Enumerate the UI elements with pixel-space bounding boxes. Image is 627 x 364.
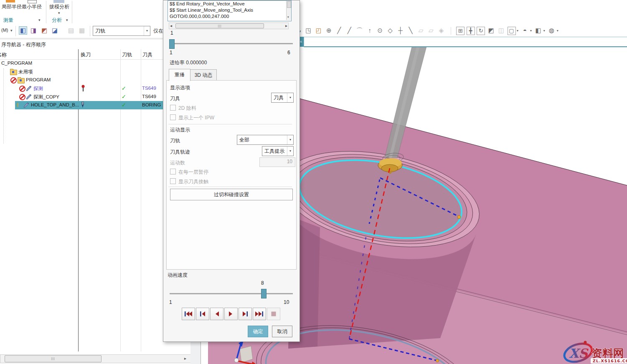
chevron-down-icon[interactable]: ▾ [557,29,558,33]
ok-button[interactable]: 确定 [248,326,268,337]
chevron-down-icon[interactable]: ▾ [10,28,13,33]
motion-count-field[interactable]: 10 [259,157,295,167]
vector-icon[interactable]: ↑ [366,26,374,35]
speed-slider[interactable] [170,293,293,294]
divider [72,1,72,23]
table-row-selected[interactable]: ! HOLE_TOP_AND_B... ✓ BORING [0,101,190,109]
tooltrace-combobox[interactable]: 工具提示 ▾ [262,146,294,156]
speed-min: 1 [169,299,172,305]
menu-button[interactable]: (M) [1,28,8,33]
node-label[interactable]: 探测 [33,86,43,92]
navigator-hscrollbar[interactable]: ||| ▸ [0,354,191,363]
play-button[interactable] [224,308,238,320]
cylinder-display-icon[interactable]: ◧ [534,26,542,35]
find-object-icon[interactable]: ◧ [19,26,27,35]
play-reverse-button[interactable] [210,308,223,320]
progress-slider-handle[interactable] [169,39,175,49]
view-filter-combobox[interactable]: 刀轨 ▾ [93,26,150,36]
node-label[interactable]: 未用项 [18,69,33,75]
node-label[interactable]: PROGRAM [26,77,51,82]
show-ipw-checkbox[interactable] [170,114,176,120]
pause-each-level-checkbox[interactable] [170,169,176,174]
line-icon[interactable]: ╱ [335,26,343,35]
chevron-down-icon[interactable]: ▾ [58,11,60,15]
column-name[interactable]: 名称 [0,51,7,58]
gcode-listing[interactable]: $$ End Rotary_Point_Vector_Move $$ Start… [168,0,292,21]
rotate-view-icon[interactable]: ↻ [477,27,485,35]
filter-operations-icon[interactable]: ◨ [29,26,38,35]
stop-button[interactable] [267,308,280,320]
chevron-down-icon[interactable]: ▾ [517,29,518,33]
table-row[interactable]: 探测 ✓ TS649 [0,84,190,93]
min-radius-button[interactable]: 最小半径 [22,3,42,10]
scrollbar-thumb[interactable]: ||| [175,23,264,28]
diamond-point-icon[interactable]: ◇ [386,26,394,35]
chevron-down-icon[interactable]: ▾ [144,26,150,35]
plus-icon[interactable]: ┼ [396,26,405,35]
column-tool[interactable]: 刀具 [142,51,152,58]
chevron-down-icon[interactable]: ▾ [287,93,293,102]
chevron-down-icon[interactable]: ▾ [287,135,293,144]
chevron-down-icon[interactable]: ▾ [287,147,293,156]
playback-controls [182,308,280,320]
chevron-down-icon[interactable]: ▾ [543,29,545,33]
node-label[interactable]: C_PROGRAM [1,61,32,66]
pan-icon[interactable]: ╋ [467,27,475,35]
section-cube-icon[interactable]: ◳ [304,26,312,35]
gouge-collision-settings-button[interactable]: 过切和碰撞设置 [170,189,293,200]
local-radius-button[interactable]: 局部半径 [2,3,22,10]
chevron-down-icon[interactable]: ▾ [66,18,68,22]
section-view-icon[interactable]: ◓ [520,26,529,35]
scrollbar-thumb[interactable] [287,1,291,8]
tab-replay[interactable]: 重播 [169,69,190,81]
shaded-cube-icon[interactable]: ◩ [487,26,495,35]
prompt-bar[interactable] [304,37,627,47]
scroll-right-icon[interactable]: ▸ [184,356,186,361]
column-toolpath[interactable]: 刀轨 [122,51,132,58]
go-to-end-button[interactable] [253,308,266,320]
filter-geometry-icon[interactable]: ◩ [40,26,48,35]
spline-icon[interactable]: ⌒ [355,26,364,35]
table-row[interactable]: PROGRAM [0,76,190,84]
chevron-down-icon[interactable]: ▾ [38,18,41,22]
line-point-icon[interactable]: ╱ [345,26,353,35]
scrollbar-thumb[interactable]: ||| [5,355,102,362]
progress-max: 6 [287,50,290,56]
2d-material-checkbox[interactable] [170,105,176,111]
speed-slider-handle[interactable] [261,289,267,298]
step-forward-button[interactable] [239,308,252,320]
2d-material-label: 2D 除料 [178,105,196,112]
tool-display-combobox[interactable]: 刀具 ▾ [271,93,294,103]
chevron-down-icon[interactable]: ▾ [530,29,532,33]
ghost-cubes-icon: ◫ [497,26,505,35]
cancel-button[interactable]: 取消 [272,326,292,337]
scroll-left-icon[interactable]: ◂ [170,23,172,29]
operation-icon [26,85,32,91]
node-label[interactable]: 探测_COPY [33,94,59,100]
draft-analysis-button[interactable]: 拔模分析 [49,3,69,10]
toolpath-combobox[interactable]: 全部 ▾ [237,135,294,145]
progress-slider[interactable] [170,43,293,44]
tool-contact-checkbox[interactable] [170,178,176,184]
gcode-vscrollbar[interactable]: ▾ [286,1,291,20]
scroll-right-icon[interactable]: ▸ [285,23,287,29]
gcode-hscrollbar[interactable]: ◂ ▸ ||| [169,23,289,29]
table-row[interactable]: 探测_COPY ✓ TS649 [0,93,190,101]
render-style-icon[interactable]: ◍ [547,26,556,35]
filter-machine-icon[interactable]: ◪ [51,26,59,35]
node-label[interactable]: HOLE_TOP_AND_B... [31,102,79,107]
tick-line-icon[interactable]: ╲ [406,26,415,35]
column-toolchange[interactable]: 换刀 [81,51,91,58]
step-back-button[interactable] [196,308,209,320]
fit-view-icon[interactable]: ▢ [508,27,516,35]
oriented-cube-icon[interactable]: ◰ [315,26,323,35]
go-to-start-button[interactable] [182,308,195,320]
circle-center-icon[interactable]: ⊙ [376,26,384,35]
table-row[interactable]: 未用项 [0,68,190,76]
scroll-down-icon[interactable]: ▾ [287,14,289,20]
zoom-window-icon[interactable]: ⊞ [456,27,465,35]
draft-analysis-icon [53,0,64,3]
table-row[interactable]: C_PROGRAM [0,59,190,68]
point-constructor-icon[interactable]: ⊕ [325,26,333,35]
tab-3d-dynamic[interactable]: 3D 动态 [190,69,217,81]
